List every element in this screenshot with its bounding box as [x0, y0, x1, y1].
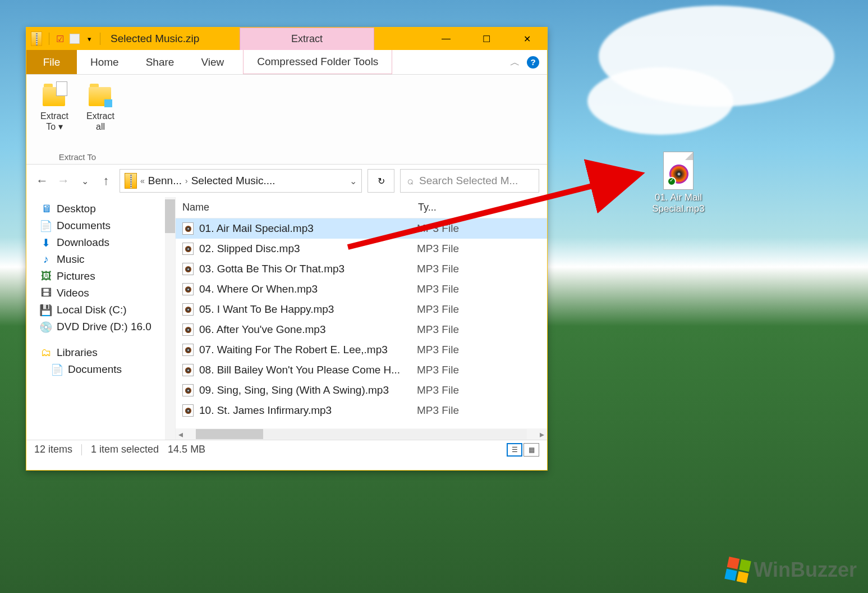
sidebar-item-downloads[interactable]: ⬇Downloads [26, 234, 175, 251]
file-name: 04. Where Or When.mp3 [199, 283, 417, 295]
up-button[interactable]: ↑ [98, 173, 114, 189]
file-name: 06. After You've Gone.mp3 [199, 323, 417, 336]
file-type: MP3 File [417, 344, 459, 356]
sync-badge-icon [667, 177, 676, 186]
collapse-ribbon-icon[interactable]: ︿ [510, 56, 520, 69]
extract-to-button[interactable]: Extract To ▾ [33, 78, 76, 132]
file-row[interactable]: 03. Gotta Be This Or That.mp3MP3 File [176, 259, 547, 279]
sidebar-item-lib-documents[interactable]: 📄 Documents [26, 361, 175, 378]
titlebar[interactable]: ☑ ▾ Selected Music.zip Extract — ☐ ✕ [26, 28, 547, 50]
sidebar-item-pictures[interactable]: 🖼Pictures [26, 268, 175, 285]
file-name: 07. Waiting For The Robert E. Lee,.mp3 [199, 344, 417, 356]
file-name: 03. Gotta Be This Or That.mp3 [199, 263, 417, 275]
qa-newfolder-icon[interactable] [70, 34, 80, 44]
file-row[interactable]: 04. Where Or When.mp3MP3 File [176, 279, 547, 299]
address-bar[interactable]: « Benn... › Selected Music.... ⌄ [120, 169, 362, 193]
extract-all-label: Extract all [86, 111, 114, 132]
sidebar-item-videos[interactable]: 🎞Videos [26, 285, 175, 302]
libraries-icon: 🗂 [40, 347, 52, 358]
qa-properties-icon[interactable]: ☑ [55, 34, 65, 44]
mp3-icon [182, 323, 194, 336]
tab-view[interactable]: View [187, 50, 237, 74]
contextual-tab-header: Extract [240, 28, 374, 50]
status-selection: 1 item selected [91, 444, 159, 455]
navpane-scrollbar[interactable] [165, 197, 175, 440]
ribbon-body: Extract To ▾ Extract all Extract To [26, 75, 547, 165]
status-size: 14.5 MB [168, 444, 205, 455]
ribbon-group-label: Extract To [59, 150, 96, 164]
file-type: MP3 File [417, 283, 459, 295]
ribbon-tabs: File Home Share View Compressed Folder T… [26, 50, 547, 75]
zip-file-icon [31, 31, 42, 46]
file-type: MP3 File [417, 323, 459, 336]
extract-all-button[interactable]: Extract all [79, 78, 122, 132]
sidebar-item-libraries[interactable]: 🗂 Libraries [26, 344, 175, 361]
navigation-pane[interactable]: 🖥Desktop📄Documents⬇Downloads♪Music🖼Pictu… [26, 197, 176, 440]
mp3-icon [182, 404, 194, 417]
view-icons-button[interactable]: ▦ [523, 443, 539, 457]
file-type: MP3 File [417, 384, 459, 396]
file-name: 05. I Want To Be Happy.mp3 [199, 303, 417, 316]
document-icon: 📄 [51, 364, 63, 375]
file-type: MP3 File [417, 303, 459, 316]
help-icon[interactable]: ? [527, 56, 539, 69]
tab-file[interactable]: File [26, 50, 77, 74]
mp3-file-icon [663, 152, 694, 190]
statusbar: 12 items 1 item selected 14.5 MB ☰ ▦ [26, 440, 547, 459]
window-title: Selected Music.zip [111, 33, 199, 45]
close-button[interactable]: ✕ [507, 28, 547, 50]
forward-button[interactable]: → [56, 173, 71, 189]
back-button[interactable]: ← [34, 173, 50, 189]
file-name: 10. St. James Infirmary.mp3 [199, 404, 417, 417]
file-name: 08. Bill Bailey Won't You Please Come H.… [199, 364, 417, 376]
qa-customize-icon[interactable]: ▾ [84, 34, 94, 44]
recent-locations-button[interactable]: ⌄ [77, 173, 93, 189]
watermark: WinBuzzer [727, 558, 857, 582]
horizontal-scrollbar[interactable]: ◂ ▸ [176, 428, 547, 440]
mp3-icon [182, 384, 194, 396]
mp3-icon [182, 243, 194, 255]
breadcrumb-current[interactable]: Selected Music.... [191, 175, 275, 187]
mp3-icon [182, 283, 194, 295]
sidebar-item-documents[interactable]: 📄Documents [26, 217, 175, 234]
file-row[interactable]: 09. Sing, Sing, Sing (With A Swing).mp3M… [176, 380, 547, 400]
file-row[interactable]: 07. Waiting For The Robert E. Lee,.mp3MP… [176, 340, 547, 360]
mp3-icon [182, 364, 194, 376]
file-name: 09. Sing, Sing, Sing (With A Swing).mp3 [199, 384, 417, 396]
tab-home[interactable]: Home [77, 50, 132, 74]
nav-icon: 💾 [40, 304, 52, 316]
nav-icon: 💿 [40, 321, 52, 332]
address-zip-icon [125, 173, 137, 189]
nav-icon: ⬇ [40, 237, 52, 248]
sidebar-item-desktop[interactable]: 🖥Desktop [26, 200, 175, 217]
nav-icon: 🎞 [40, 288, 52, 299]
nav-icon: ♪ [40, 254, 52, 265]
status-item-count: 12 items [34, 444, 72, 455]
maximize-button[interactable]: ☐ [466, 28, 507, 50]
file-type: MP3 File [417, 404, 459, 417]
annotation-arrow [348, 152, 662, 253]
file-type: MP3 File [417, 263, 459, 275]
mp3-icon [182, 263, 194, 275]
extract-to-label: Extract To ▾ [40, 111, 68, 132]
file-row[interactable]: 10. St. James Infirmary.mp3MP3 File [176, 400, 547, 421]
mp3-icon [182, 344, 194, 356]
file-row[interactable]: 05. I Want To Be Happy.mp3MP3 File [176, 299, 547, 320]
file-row[interactable]: 08. Bill Bailey Won't You Please Come H.… [176, 360, 547, 380]
svg-line-0 [348, 174, 640, 247]
nav-icon: 📄 [40, 220, 52, 231]
mp3-icon [182, 222, 194, 235]
nav-icon: 🖼 [40, 271, 52, 282]
view-details-button[interactable]: ☰ [507, 443, 522, 457]
minimize-button[interactable]: — [426, 28, 466, 50]
tab-share[interactable]: Share [132, 50, 188, 74]
file-type: MP3 File [417, 364, 459, 376]
sidebar-item-music[interactable]: ♪Music [26, 251, 175, 268]
sidebar-item-local-disk-c-[interactable]: 💾Local Disk (C:) [26, 302, 175, 318]
sidebar-item-dvd-drive-d-16-0[interactable]: 💿DVD Drive (D:) 16.0 [26, 318, 175, 335]
tab-compressed-folder-tools[interactable]: Compressed Folder Tools [243, 50, 392, 74]
nav-icon: 🖥 [40, 203, 52, 215]
file-row[interactable]: 06. After You've Gone.mp3MP3 File [176, 320, 547, 340]
mp3-icon [182, 303, 194, 316]
breadcrumb-parent[interactable]: Benn... [148, 175, 182, 187]
